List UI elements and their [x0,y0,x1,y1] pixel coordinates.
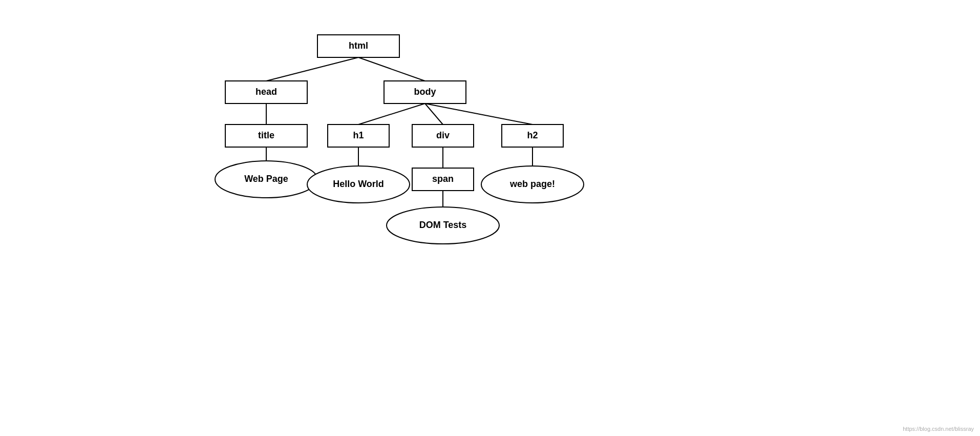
node-div: div [412,124,474,147]
node-label-webpage: Web Page [244,174,288,184]
node-label-h2: h2 [527,130,538,140]
edge-html-head [266,57,358,81]
node-label-title: title [258,130,274,140]
node-label-domtests: DOM Tests [419,220,467,230]
node-html: html [317,35,399,57]
node-helloworld: Hello World [307,166,410,203]
node-label-helloworld: Hello World [333,179,384,189]
node-body: body [384,81,466,103]
node-label-div: div [436,130,450,140]
node-title: title [225,124,307,147]
node-label-webpage2: web page! [509,179,555,189]
node-h1: h1 [328,124,389,147]
node-head: head [225,81,307,103]
node-span: span [412,168,474,191]
node-label-body: body [414,87,436,97]
node-label-html: html [349,40,368,51]
edge-body-h1 [358,103,425,124]
edge-body-h2 [425,103,532,124]
node-label-head: head [255,87,277,97]
watermark-text: https://blog.csdn.net/blissray [903,426,974,432]
node-webpage2: web page! [481,166,584,203]
node-label-span: span [432,174,454,184]
node-h2: h2 [502,124,563,147]
dom-tree-diagram: htmlheadbodytitleWeb Pageh1divh2Hello Wo… [0,0,980,436]
node-webpage: Web Page [215,161,317,198]
edge-html-body [358,57,425,81]
node-domtests: DOM Tests [387,207,499,244]
node-label-h1: h1 [353,130,364,140]
